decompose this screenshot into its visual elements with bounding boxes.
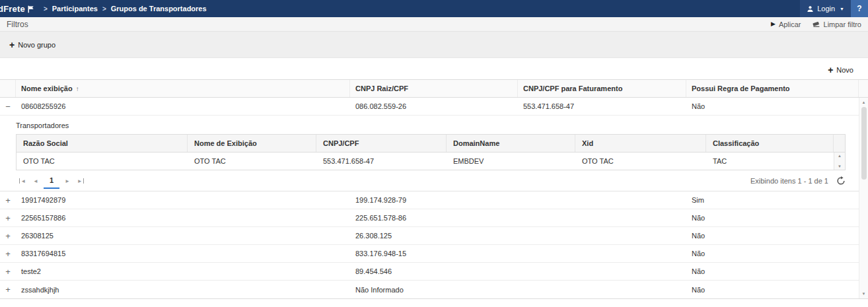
new-button-label: Novo: [836, 66, 853, 74]
new-button[interactable]: + Novo: [824, 65, 857, 75]
clear-filter-button[interactable]: Limpar filtro: [812, 20, 861, 28]
filters-title: Filtros: [7, 20, 28, 29]
pager-first-icon: ◄: [20, 178, 26, 184]
eraser-icon: [812, 20, 820, 28]
header-domainname[interactable]: DomainName: [447, 135, 575, 152]
bar-icon: [83, 178, 85, 184]
cell-possui-regra: Não: [686, 232, 859, 240]
table-row[interactable]: − 08608255926 086.082.559-26 553.471.658…: [0, 98, 859, 116]
table-row[interactable]: + 83317694815 833.176.948-15 Não: [0, 245, 859, 263]
header-nome-label: Nome exibição: [21, 85, 73, 92]
table-row[interactable]: + zssahdkjhjh Não Informado Não: [0, 281, 859, 298]
plus-icon: +: [828, 65, 833, 75]
cell-cnpj-cpf: 553.471.658-47: [316, 157, 447, 165]
cell-possui-regra: Não: [686, 214, 859, 222]
header-nome-exibicao[interactable]: Nome exibição ↑: [16, 80, 350, 97]
collapse-row-icon[interactable]: −: [0, 102, 16, 111]
cell-possui-regra: Não: [686, 267, 859, 275]
pager-prev-icon: ◄: [33, 178, 38, 184]
groups-table-header: Nome exibição ↑ CNPJ Raiz/CPF CNPJ/CPF p…: [0, 80, 868, 98]
table-row[interactable]: + 22565157886 225.651.578-86 Não: [0, 209, 859, 227]
clear-filter-label: Limpar filtro: [824, 20, 861, 28]
chevron-down-icon: ▼: [840, 7, 844, 11]
scrollbar-thumb[interactable]: [861, 107, 867, 180]
cell-cnpj-raiz: Não Informado: [350, 286, 518, 294]
pager-prev-button[interactable]: ◄: [29, 174, 42, 188]
cell-nome-exibicao: 26308125: [16, 232, 350, 240]
cell-possui-regra: Não: [686, 102, 859, 110]
header-razao-social[interactable]: Razão Social: [17, 135, 188, 152]
play-icon: ▶: [771, 21, 776, 27]
grid-toolbar: + Novo: [0, 61, 868, 79]
new-group-button[interactable]: + Novo grupo: [5, 40, 59, 50]
breadcrumb-participantes[interactable]: Participantes: [52, 5, 98, 13]
header-razao-label: Razão Social: [23, 139, 68, 147]
filter-panel: + Novo grupo: [0, 32, 868, 58]
expand-row-icon[interactable]: +: [0, 232, 16, 240]
detail-pager: ◄ ◄ 1 ► ► Exibindo itens 1 - 1 de 1: [16, 172, 846, 189]
cell-xid: OTO TAC: [575, 157, 706, 165]
cell-nome-exibicao: 22565157886: [16, 214, 350, 222]
header-nome-exib-label: Nome de Exibição: [194, 139, 257, 147]
header-scrollbar-filler: [859, 80, 868, 97]
top-bar: dFrete > Participantes > Grupos de Trans…: [0, 0, 868, 17]
header-cnpj-faturamento[interactable]: CNPJ/CPF para Faturamento: [518, 80, 686, 97]
expand-row-icon[interactable]: +: [0, 250, 16, 258]
table-row[interactable]: + teste2 89.454.546 Não: [0, 263, 859, 281]
header-xid[interactable]: Xid: [575, 135, 706, 152]
expand-row-icon[interactable]: +: [0, 285, 16, 294]
row-detail-panel: Transportadores Razão Social Nome de Exi…: [0, 116, 859, 191]
sort-asc-icon: ↑: [76, 85, 79, 92]
breadcrumb-grupos-transportadores[interactable]: Grupos de Transportadores: [111, 5, 207, 13]
cell-cnpj-faturamento: 553.471.658-47: [518, 102, 686, 110]
header-nome-de-exibicao[interactable]: Nome de Exibição: [188, 135, 316, 152]
expand-row-icon[interactable]: +: [0, 196, 16, 205]
scroll-up-icon[interactable]: ▲: [862, 98, 866, 107]
refresh-icon[interactable]: [836, 176, 846, 186]
pager-next-icon: ►: [65, 178, 70, 184]
transportadores-table-header: Razão Social Nome de Exibição CNPJ/CPF D…: [17, 135, 845, 153]
cell-nome-exibicao: zssahdkjhjh: [16, 286, 350, 294]
apply-filter-label: Aplicar: [779, 20, 801, 28]
inner-header-scrollbar-filler: [834, 135, 847, 152]
table-row[interactable]: + 26308125 26.308.125 Não: [0, 227, 859, 245]
detail-table-wrap: Razão Social Nome de Exibição CNPJ/CPF D…: [16, 134, 846, 189]
new-group-label: Novo grupo: [18, 41, 55, 49]
scroll-down-icon[interactable]: ▼: [838, 163, 842, 170]
transportador-row[interactable]: OTO TAC OTO TAC 553.471.658-47 EMBDEV OT…: [17, 153, 834, 170]
cell-classificacao: TAC: [706, 157, 834, 165]
inner-scrollbar[interactable]: ▲ ▼: [834, 153, 845, 170]
main-scrollbar[interactable]: ▲ ▼: [859, 98, 868, 298]
cell-nome-exibicao: 83317694815: [16, 250, 350, 257]
apply-filter-button[interactable]: ▶ Aplicar: [771, 20, 801, 28]
table-row[interactable]: + 19917492879 199.174.928-79 Sim: [0, 191, 859, 209]
help-button[interactable]: ?: [851, 0, 868, 17]
pager-first-button[interactable]: ◄: [16, 174, 29, 188]
pager-page-1[interactable]: 1: [44, 173, 59, 189]
cell-possui-regra: Não: [686, 286, 859, 294]
pager-last-button[interactable]: ►: [74, 174, 87, 188]
expand-row-icon[interactable]: +: [0, 214, 16, 222]
header-cnpj-label: CNPJ Raiz/CPF: [355, 85, 408, 92]
expand-row-icon[interactable]: +: [0, 267, 16, 276]
header-cnpj-raiz[interactable]: CNPJ Raiz/CPF: [350, 80, 518, 97]
header-possui-regra[interactable]: Possui Regra de Pagamento: [686, 80, 859, 97]
app-logo[interactable]: dFrete: [0, 4, 39, 14]
cell-possui-regra: Sim: [686, 196, 859, 204]
header-classificacao[interactable]: Classificação: [706, 135, 834, 152]
cell-razao-social: OTO TAC: [17, 157, 188, 165]
scroll-down-icon[interactable]: ▼: [862, 289, 866, 298]
pager-next-button[interactable]: ►: [61, 174, 74, 188]
login-button[interactable]: Login ▼: [800, 0, 851, 17]
header-cnpj-cpf[interactable]: CNPJ/CPF: [316, 135, 447, 152]
chevron-right-icon: >: [44, 5, 48, 13]
scroll-up-icon[interactable]: ▲: [838, 153, 842, 159]
groups-table: Nome exibição ↑ CNPJ Raiz/CPF CNPJ/CPF p…: [0, 79, 868, 299]
pager-info: Exibindo itens 1 - 1 de 1: [750, 176, 846, 186]
cell-cnpj-raiz: 199.174.928-79: [350, 196, 518, 204]
header-xid-label: Xid: [582, 139, 593, 147]
cell-nome-exibicao: 08608255926: [16, 102, 350, 110]
detail-title: Transportadores: [16, 121, 859, 129]
header-cnpjcpf-label: CNPJ/CPF: [323, 139, 359, 147]
cell-nome-de-exibicao: OTO TAC: [188, 157, 316, 165]
